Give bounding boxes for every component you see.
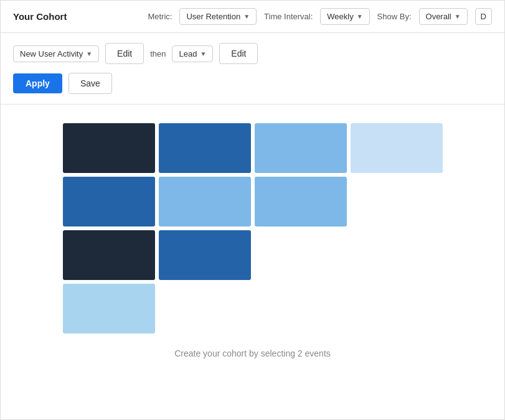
chevron-down-icon: ▼ xyxy=(86,50,92,57)
metric-dropdown[interactable]: User Retention ▼ xyxy=(179,8,257,25)
cohort-row xyxy=(63,284,443,334)
cohort-cell[interactable] xyxy=(63,123,155,173)
header-controls: Metric: User Retention ▼ Time Interval: … xyxy=(148,8,492,25)
cohort-caption: Create your cohort by selecting 2 events xyxy=(174,348,331,358)
filter-row: New User Activity ▼ Edit then Lead ▼ Edi… xyxy=(13,43,492,64)
event2-dropdown[interactable]: Lead ▼ xyxy=(172,45,213,62)
page-title: Your Cohort xyxy=(13,11,67,22)
cohort-section: Create your cohort by selecting 2 events xyxy=(1,105,504,371)
cohort-cell[interactable] xyxy=(63,230,155,280)
cohort-cell[interactable] xyxy=(63,284,155,334)
metric-label: Metric: xyxy=(148,12,172,21)
cohort-cell[interactable] xyxy=(255,123,347,173)
event1-dropdown[interactable]: New User Activity ▼ xyxy=(13,45,99,62)
cohort-cell[interactable] xyxy=(351,123,443,173)
cohort-row xyxy=(63,177,443,226)
apply-button[interactable]: Apply xyxy=(13,73,62,93)
cohort-row xyxy=(63,123,443,173)
chevron-down-icon: ▼ xyxy=(357,13,363,20)
edit2-button[interactable]: Edit xyxy=(219,43,258,64)
filter-section: New User Activity ▼ Edit then Lead ▼ Edi… xyxy=(1,33,504,105)
cohort-cell[interactable] xyxy=(255,177,347,226)
chevron-down-icon: ▼ xyxy=(200,50,206,57)
chevron-down-icon: ▼ xyxy=(243,13,250,20)
header: Your Cohort Metric: User Retention ▼ Tim… xyxy=(1,1,504,33)
extra-options-button[interactable]: D xyxy=(475,8,492,25)
page-container: Your Cohort Metric: User Retention ▼ Tim… xyxy=(0,0,505,420)
cohort-cell[interactable] xyxy=(159,123,251,173)
show-by-label: Show By: xyxy=(377,12,412,21)
action-row: Apply Save xyxy=(13,73,492,94)
cohort-cell[interactable] xyxy=(63,177,155,226)
save-button[interactable]: Save xyxy=(68,73,112,94)
time-interval-dropdown[interactable]: Weekly ▼ xyxy=(320,8,369,25)
then-label: then xyxy=(150,49,166,58)
edit1-button[interactable]: Edit xyxy=(105,43,144,64)
cohort-grid xyxy=(63,123,443,334)
time-interval-label: Time Interval: xyxy=(264,12,313,21)
cohort-row xyxy=(63,230,443,280)
chevron-down-icon: ▼ xyxy=(455,13,461,20)
cohort-cell[interactable] xyxy=(159,230,251,280)
show-by-dropdown[interactable]: Overall ▼ xyxy=(419,8,468,25)
cohort-cell[interactable] xyxy=(159,177,251,226)
